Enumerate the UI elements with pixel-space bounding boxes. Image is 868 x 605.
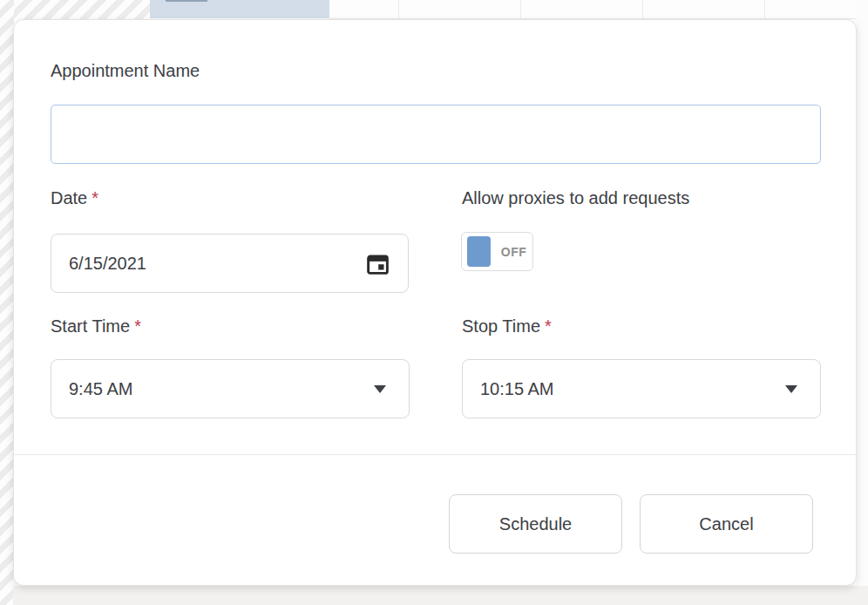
appointment-name-input[interactable]: [51, 105, 821, 164]
stop-time-required-marker: *: [545, 316, 552, 336]
allow-proxies-label: Allow proxies to add requests: [462, 186, 689, 210]
start-time-value: 9:45 AM: [69, 379, 374, 399]
background-right: [857, 0, 868, 586]
event-title-clipped: [166, 0, 207, 2]
calendar-gridline: [642, 0, 643, 19]
date-label: Date*: [51, 186, 98, 210]
stop-time-label-text: Stop Time: [462, 316, 540, 336]
start-time-dropdown[interactable]: 9:45 AM: [51, 359, 410, 418]
background-hatch-left: [0, 0, 14, 605]
background-bottom: [13, 586, 868, 605]
calendar-gridline: [764, 0, 765, 19]
date-picker-field[interactable]: 6/15/2021: [51, 234, 409, 293]
appointment-name-label: Appointment Name: [51, 58, 200, 83]
calendar-gridline: [520, 0, 521, 19]
calendar-gridline: [398, 0, 399, 19]
stop-time-dropdown[interactable]: 10:15 AM: [462, 359, 821, 418]
allow-proxies-toggle[interactable]: OFF: [461, 232, 533, 271]
date-value: 6/15/2021: [69, 254, 365, 274]
calendar-header-strip: [329, 0, 868, 19]
background-hatch-top: [14, 0, 150, 19]
caret-down-icon[interactable]: [785, 385, 797, 393]
toggle-state-label: OFF: [495, 233, 532, 270]
calendar-icon[interactable]: [365, 251, 390, 276]
schedule-button[interactable]: Schedule: [449, 494, 622, 554]
appointment-name-label-text: Appointment Name: [51, 61, 200, 80]
scheduler-page: Appointment Name Date* 6/15/2021 Allow p…: [0, 0, 868, 605]
appointment-dialog: Appointment Name Date* 6/15/2021 Allow p…: [13, 19, 857, 586]
allow-proxies-label-text: Allow proxies to add requests: [462, 188, 689, 207]
cancel-button[interactable]: Cancel: [640, 494, 813, 554]
calendar-event-block: [150, 0, 329, 18]
caret-down-icon[interactable]: [374, 385, 386, 393]
date-label-text: Date: [51, 188, 87, 207]
start-time-label: Start Time*: [51, 314, 141, 338]
toggle-handle[interactable]: [467, 236, 491, 267]
start-time-required-marker: *: [134, 316, 141, 336]
stop-time-value: 10:15 AM: [480, 379, 785, 399]
date-required-marker: *: [92, 188, 98, 207]
stop-time-label: Stop Time*: [462, 314, 552, 338]
footer-divider: [14, 454, 856, 455]
start-time-label-text: Start Time: [51, 316, 130, 336]
